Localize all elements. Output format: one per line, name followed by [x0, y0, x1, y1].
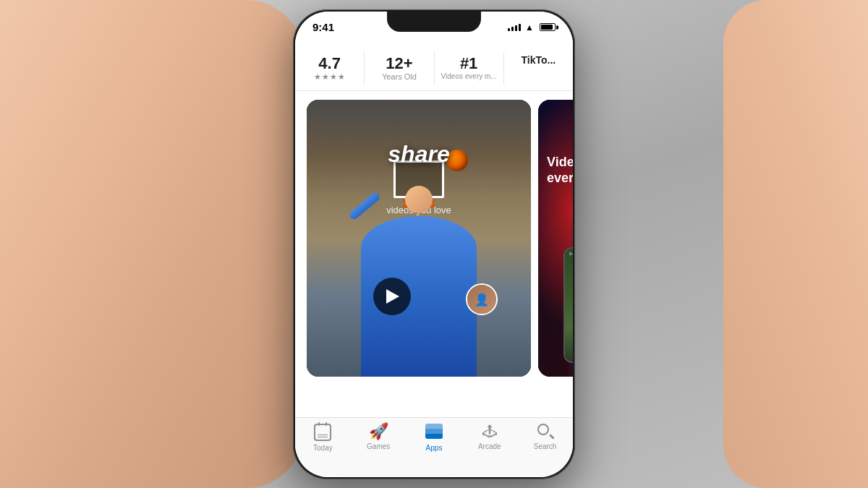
- inner-phone-screen: 9:41: [565, 249, 573, 361]
- rank-value: #1: [460, 55, 477, 72]
- apps-icon: [425, 424, 443, 441]
- share-headline: share: [388, 141, 449, 168]
- rating-age: 12+ Years Old: [365, 52, 434, 85]
- phone-wrapper: 9:41 ▲: [293, 9, 575, 479]
- star-rating: ★★★★: [314, 72, 346, 82]
- tab-arcade-label: Arcade: [478, 442, 501, 450]
- status-icons: ▲: [508, 22, 556, 33]
- today-icon: [314, 424, 331, 441]
- screenshot-secondary: Videos every m...: [538, 100, 573, 377]
- inner-status: 9:41: [565, 251, 573, 257]
- games-icon: 🚀: [369, 424, 388, 440]
- phone-device: 9:41 ▲: [293, 9, 575, 479]
- play-icon: [386, 289, 399, 304]
- hand-right: [723, 0, 868, 488]
- app-content: 4.7 ★★★★ 12+ Years Old #1 Videos every m…: [295, 43, 573, 417]
- score-value: 4.7: [318, 55, 341, 72]
- developer-name: TikTo...: [522, 55, 556, 66]
- rank-category: Videos every m...: [441, 72, 497, 80]
- rating-rank: #1 Videos every m...: [435, 52, 504, 85]
- avatar-image: 👤: [467, 285, 496, 314]
- status-bar: 9:41 ▲: [295, 12, 573, 43]
- arcade-icon: 🕹: [482, 424, 497, 440]
- tab-apps[interactable]: Apps: [407, 424, 462, 452]
- tab-games-label: Games: [367, 442, 390, 450]
- wifi-icon: ▲: [525, 22, 534, 33]
- notch: [387, 12, 481, 32]
- search-icon: [537, 424, 553, 440]
- tab-apps-label: Apps: [426, 444, 443, 452]
- tab-search[interactable]: Search: [517, 424, 573, 450]
- person-head: [405, 186, 433, 213]
- secondary-headline: Videos every m...: [547, 155, 573, 186]
- tab-arcade[interactable]: 🕹 Arcade: [461, 424, 517, 450]
- tab-today-label: Today: [313, 444, 333, 452]
- phone-screen: 9:41 ▲: [295, 12, 573, 477]
- tab-search-label: Search: [534, 442, 557, 450]
- battery-icon: [540, 23, 556, 31]
- play-button[interactable]: [373, 278, 411, 315]
- user-avatar: 👤: [466, 283, 498, 315]
- age-value: 12+: [386, 55, 412, 72]
- screenshot-main: share videos you love: [307, 100, 531, 377]
- tab-today[interactable]: Today: [295, 424, 351, 452]
- status-time: 9:41: [312, 21, 334, 33]
- signal-icon: [508, 24, 521, 31]
- tab-bar: Today 🚀 Games: [295, 417, 573, 477]
- age-label: Years Old: [382, 72, 417, 81]
- screenshot-gallery: share videos you love: [295, 91, 573, 385]
- tab-games[interactable]: 🚀 Games: [351, 424, 407, 450]
- scene: 9:41 ▲: [0, 0, 868, 488]
- rating-developer: TikTo...: [504, 52, 573, 85]
- rating-score: 4.7 ★★★★: [295, 52, 365, 85]
- rating-bar: 4.7 ★★★★ 12+ Years Old #1 Videos every m…: [295, 43, 573, 91]
- inner-phone-mockup: 9:41: [563, 247, 573, 363]
- hand-left: [0, 0, 304, 488]
